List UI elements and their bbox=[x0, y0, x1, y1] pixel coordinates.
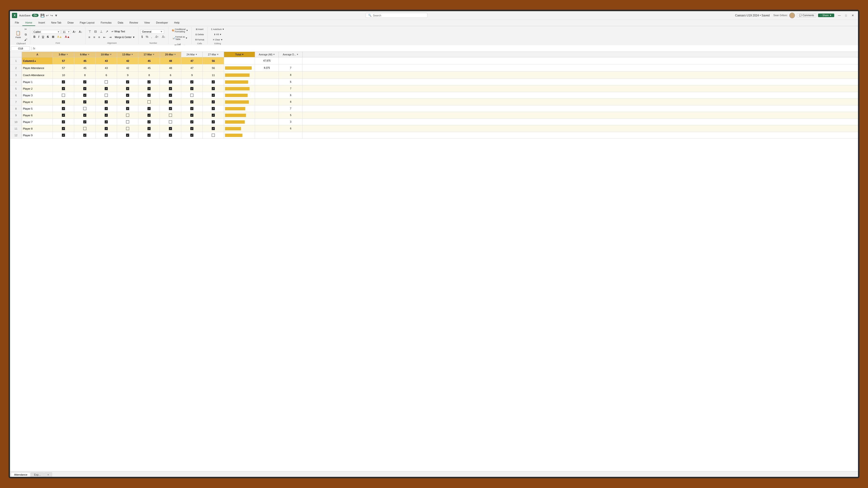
align-top-button[interactable]: ⊤ bbox=[87, 29, 92, 34]
col-header-e[interactable]: 13-Mar▼ bbox=[117, 52, 138, 57]
col-header-l[interactable]: Average D...▼ bbox=[279, 52, 303, 57]
format-button[interactable]: ⚙ Format bbox=[194, 38, 206, 42]
cell-i10[interactable] bbox=[203, 119, 224, 125]
cell-l11[interactable]: 6 bbox=[279, 125, 303, 132]
cell-i9[interactable] bbox=[203, 112, 224, 119]
close-button[interactable]: ✕ bbox=[849, 12, 856, 19]
maximize-button[interactable]: □ bbox=[843, 12, 849, 19]
cell-h2[interactable]: 47 bbox=[181, 64, 203, 71]
cell-g9[interactable] bbox=[160, 112, 181, 119]
name-box[interactable]: O18 bbox=[11, 46, 30, 51]
rotate-text-button[interactable]: ↗ bbox=[104, 29, 110, 34]
cell-j2[interactable] bbox=[224, 64, 255, 71]
conditional-formatting-button[interactable]: 🎨 ConditionalFormatting ▼ bbox=[170, 27, 190, 34]
align-bottom-button[interactable]: ⊥ bbox=[99, 29, 104, 34]
cell-l4[interactable]: 6 bbox=[279, 79, 303, 85]
sheet-tab-exp[interactable]: Exp... bbox=[31, 472, 44, 477]
cell-b11[interactable] bbox=[53, 125, 74, 132]
cell-k1[interactable]: 47.975 bbox=[255, 57, 279, 64]
cell-e8[interactable] bbox=[117, 105, 138, 112]
cell-e11[interactable] bbox=[117, 125, 138, 132]
wrap-text-button[interactable]: ↵ Wrap Text bbox=[110, 30, 127, 34]
cell-k8[interactable] bbox=[255, 105, 279, 112]
cell-d10[interactable] bbox=[96, 119, 117, 125]
cell-e5[interactable] bbox=[117, 86, 138, 92]
cell-k4[interactable] bbox=[255, 79, 279, 85]
cell-j11[interactable] bbox=[224, 125, 255, 132]
number-format-box[interactable]: General ▼ bbox=[141, 30, 164, 34]
cell-g1[interactable]: 48 bbox=[160, 57, 181, 64]
cell-j6[interactable] bbox=[224, 92, 255, 98]
cell-i3[interactable]: 11 bbox=[203, 72, 224, 78]
col-header-k[interactable]: Average (All)▼ bbox=[255, 52, 279, 57]
autosum-button[interactable]: Σ AutoSum ▼ bbox=[210, 27, 226, 31]
delete-button[interactable]: ⊟ Delete bbox=[194, 32, 205, 37]
col-header-c[interactable]: 6-Mar▼ bbox=[74, 52, 96, 57]
cell-k2[interactable]: 8.375 bbox=[255, 64, 279, 71]
increase-font-button[interactable]: A↑ bbox=[71, 30, 77, 34]
cell-k7[interactable] bbox=[255, 99, 279, 105]
cell-j9[interactable] bbox=[224, 112, 255, 119]
copy-button[interactable]: ⧉ bbox=[23, 32, 28, 37]
cell-i2[interactable]: 56 bbox=[203, 64, 224, 71]
cell-c3[interactable]: 8 bbox=[74, 72, 96, 78]
cell-h8[interactable] bbox=[181, 105, 203, 112]
cell-h10[interactable] bbox=[181, 119, 203, 125]
clear-button[interactable]: ✕ Clear ▼ bbox=[211, 38, 224, 42]
cell-k3[interactable] bbox=[255, 72, 279, 78]
col-header-g[interactable]: 20-Mar▼ bbox=[160, 52, 181, 57]
cell-d5[interactable] bbox=[96, 86, 117, 92]
font-color-button[interactable]: A▲ bbox=[64, 35, 71, 39]
cell-d11[interactable] bbox=[96, 125, 117, 132]
cell-e9[interactable] bbox=[117, 112, 138, 119]
align-right-button[interactable]: ≡ bbox=[97, 35, 101, 40]
cell-i6[interactable] bbox=[203, 92, 224, 98]
cell-f8[interactable] bbox=[138, 105, 160, 112]
cell-l1[interactable] bbox=[279, 57, 303, 64]
cell-a5[interactable]: Player 2 bbox=[22, 86, 53, 92]
cell-a10[interactable]: Player 7 bbox=[22, 119, 53, 125]
cell-e12[interactable] bbox=[117, 132, 138, 138]
cell-g2[interactable]: 48 bbox=[160, 64, 181, 71]
search-box[interactable]: 🔍 Search bbox=[366, 13, 428, 18]
cell-l8[interactable]: 7 bbox=[279, 105, 303, 112]
cell-f12[interactable] bbox=[138, 132, 160, 138]
cell-d6[interactable] bbox=[96, 92, 117, 98]
cell-f5[interactable] bbox=[138, 86, 160, 92]
cell-i12[interactable] bbox=[203, 132, 224, 138]
cell-g6[interactable] bbox=[160, 92, 181, 98]
cell-g10[interactable] bbox=[160, 119, 181, 125]
currency-button[interactable]: $ bbox=[141, 35, 144, 39]
cell-d7[interactable] bbox=[96, 99, 117, 105]
cell-f11[interactable] bbox=[138, 125, 160, 132]
cell-b2[interactable]: 57 bbox=[53, 64, 74, 71]
col-header-a[interactable]: A bbox=[22, 52, 53, 57]
cell-b3[interactable]: 10 bbox=[53, 72, 74, 78]
cell-k12[interactable] bbox=[255, 132, 279, 138]
cell-f2[interactable]: 45 bbox=[138, 64, 160, 71]
cell-l3[interactable]: 8 bbox=[279, 72, 303, 78]
cell-a1[interactable]: Column1 ▲ bbox=[22, 57, 53, 64]
sheet-tab-attendance[interactable]: Attendance bbox=[11, 472, 30, 477]
cell-f7[interactable] bbox=[138, 99, 160, 105]
cell-b6[interactable] bbox=[53, 92, 74, 98]
cell-d4-check[interactable] bbox=[96, 79, 117, 85]
cell-i4-check[interactable] bbox=[203, 79, 224, 85]
format-as-table-button[interactable]: 📊 Format asTable ▼ bbox=[171, 35, 189, 41]
cell-j7[interactable] bbox=[224, 99, 255, 105]
cell-g4-check[interactable] bbox=[160, 79, 181, 85]
strikethrough-button[interactable]: S̶ bbox=[46, 35, 50, 39]
tab-home[interactable]: Home bbox=[22, 20, 35, 26]
fill-button[interactable]: ⬇ Fill ▼ bbox=[212, 32, 223, 37]
tab-help[interactable]: Help bbox=[171, 20, 182, 26]
underline-button[interactable]: U bbox=[41, 35, 45, 39]
cell-b5[interactable] bbox=[53, 86, 74, 92]
cell-h11[interactable] bbox=[181, 125, 203, 132]
cell-h12[interactable] bbox=[181, 132, 203, 138]
cell-f9[interactable] bbox=[138, 112, 160, 119]
cell-a3[interactable]: Coach Attendance bbox=[22, 72, 53, 78]
cell-f6[interactable] bbox=[138, 92, 160, 98]
cell-e6[interactable] bbox=[117, 92, 138, 98]
cell-h7[interactable] bbox=[181, 99, 203, 105]
cell-g5[interactable] bbox=[160, 86, 181, 92]
